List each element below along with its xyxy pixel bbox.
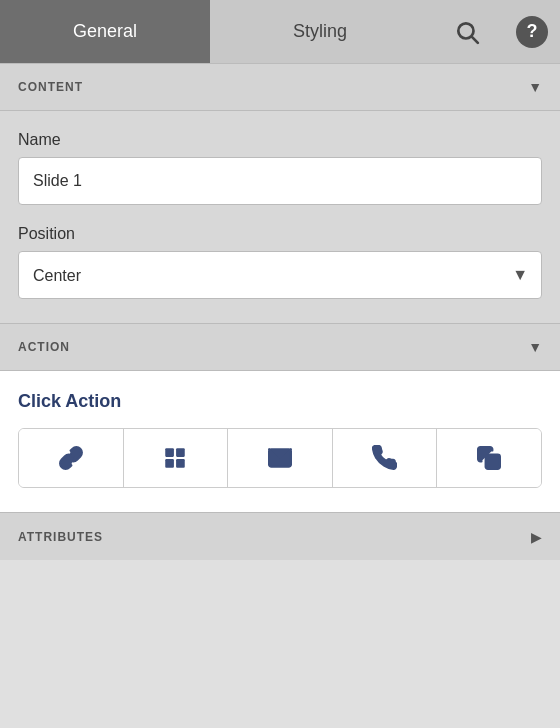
content-section-label: CONTENT: [18, 80, 83, 94]
action-chevron-icon: ▼: [528, 339, 542, 355]
click-action-label: Click Action: [18, 391, 542, 412]
action-section-header[interactable]: ACTION ▼: [0, 323, 560, 371]
name-input[interactable]: [18, 157, 542, 205]
search-tab-button[interactable]: [430, 0, 504, 63]
attributes-section-label: ATTRIBUTES: [18, 530, 103, 544]
phone-action-button[interactable]: [333, 429, 438, 487]
action-section-label: ACTION: [18, 340, 70, 354]
page-action-button[interactable]: [124, 429, 229, 487]
attributes-chevron-icon: ▶: [531, 529, 542, 545]
custom-action-button[interactable]: [437, 429, 541, 487]
svg-line-1: [472, 37, 477, 42]
name-field-label: Name: [18, 131, 542, 149]
action-section-body: Click Action: [0, 371, 560, 512]
link-icon: [58, 445, 84, 471]
content-section-header[interactable]: CONTENT ▼: [0, 63, 560, 111]
attributes-section-header[interactable]: ATTRIBUTES ▶: [0, 512, 560, 560]
grid-icon: [162, 445, 188, 471]
svg-rect-2: [166, 448, 175, 457]
svg-rect-5: [176, 459, 185, 468]
action-icons-row: [18, 428, 542, 488]
tab-styling[interactable]: Styling: [210, 0, 430, 63]
help-icon: ?: [516, 16, 548, 48]
svg-rect-7: [486, 455, 500, 469]
mail-icon: [267, 445, 293, 471]
position-select-wrapper: Center Top Bottom Left Right ▼: [18, 251, 542, 299]
svg-point-0: [458, 23, 473, 38]
mail-action-button[interactable]: [228, 429, 333, 487]
copy-icon: [476, 445, 502, 471]
help-tab-button[interactable]: ?: [504, 0, 560, 63]
content-chevron-icon: ▼: [528, 79, 542, 95]
link-action-button[interactable]: [19, 429, 124, 487]
svg-rect-3: [176, 448, 185, 457]
svg-rect-4: [166, 459, 175, 468]
position-select[interactable]: Center Top Bottom Left Right: [18, 251, 542, 299]
position-field-label: Position: [18, 225, 542, 243]
tab-general[interactable]: General: [0, 0, 210, 63]
search-icon: [454, 19, 480, 45]
header-tabs: General Styling ?: [0, 0, 560, 63]
content-section-body: Name Position Center Top Bottom Left Rig…: [0, 111, 560, 323]
phone-icon: [372, 445, 398, 471]
